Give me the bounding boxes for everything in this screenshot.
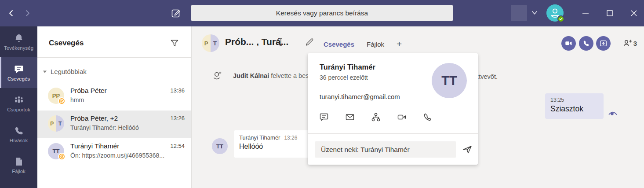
contact-avatar: TT: [432, 63, 467, 98]
divider: [308, 133, 478, 134]
chat-list-panel: Csevegés Legutóbbiak PP Próba Péter hmm …: [37, 26, 192, 188]
contact-card: Turányi Tihamér 36 perccel ezelőtt turan…: [308, 53, 478, 165]
divider: [617, 37, 617, 50]
divider: [37, 57, 191, 58]
app-sidebar: Tevékenység Csevegés Csoportok Hívások F…: [0, 26, 37, 188]
org-tile[interactable]: [511, 5, 527, 21]
user-avatar[interactable]: [546, 4, 564, 22]
chat-name: Turányi Tihamér: [70, 142, 119, 150]
section-legutobbiak[interactable]: Legutóbbiak: [43, 68, 87, 75]
eye-icon: [608, 109, 618, 117]
file-icon: [14, 156, 24, 167]
message-text: Sziasztok: [550, 104, 598, 114]
away-status-icon: [58, 153, 65, 160]
message-text: Hellóóó: [239, 143, 309, 151]
sidebar-item-label: Tevékenység: [4, 45, 33, 51]
section-label: Legutóbbiak: [51, 68, 87, 75]
message-time: 13:25: [550, 97, 598, 103]
add-person-icon: [623, 39, 633, 48]
chat-time: 12:54: [170, 143, 185, 149]
available-status-icon: [557, 15, 564, 22]
incoming-message[interactable]: Turányi Tihamér13:26 Hellóóó: [234, 130, 314, 158]
chat-list-item[interactable]: TT Turányi Tihamér Ön: https://zoom.us/j…: [37, 138, 191, 166]
chat-preview: Ön: https://zoom.us/j/466955368...: [70, 152, 164, 159]
system-message: Judit Kálnai felvette a bes: [212, 70, 309, 81]
chat-time: 13:36: [170, 87, 185, 94]
message-time: 13:26: [284, 135, 297, 141]
minimize-icon[interactable]: [579, 7, 592, 19]
system-message-author: Judit Kálnai: [233, 72, 269, 79]
participants-button[interactable]: 3: [623, 39, 637, 48]
text-cursor: [278, 38, 284, 47]
sidebar-item-label: Csevegés: [7, 76, 30, 81]
avatar-half-left: P: [202, 34, 211, 52]
chat-name: Próba Péter: [70, 87, 107, 95]
sidebar-item-csevegs[interactable]: Csevegés: [0, 57, 37, 88]
quick-message-input[interactable]: [315, 141, 456, 158]
teams-icon: [14, 95, 24, 105]
send-icon[interactable]: [462, 144, 473, 155]
video-call-button[interactable]: [561, 36, 576, 51]
email-icon[interactable]: [345, 112, 355, 122]
sidebar-item-label: Hívások: [10, 138, 28, 143]
add-tab-button[interactable]: +: [397, 39, 402, 49]
sidebar-item-fajlok[interactable]: Fájlok: [0, 150, 37, 181]
search-input[interactable]: [191, 5, 453, 21]
avatar-half-left: P: [48, 115, 56, 132]
filter-icon[interactable]: [170, 39, 179, 48]
chat-icon[interactable]: [319, 112, 329, 122]
back-icon[interactable]: [7, 9, 16, 18]
edit-name-icon[interactable]: [305, 38, 314, 47]
video-call-icon[interactable]: [397, 112, 407, 122]
chat-list-item-selected[interactable]: P T Próba Péter, +2 Turányi Tihamér: Hel…: [37, 111, 191, 138]
tab-csevegs[interactable]: Csevegés: [324, 41, 354, 48]
tab-fajlok[interactable]: Fájlok: [367, 41, 384, 48]
sidebar-item-label: Csoportok: [7, 107, 30, 112]
chat-icon: [14, 64, 24, 74]
forward-icon[interactable]: [23, 9, 32, 18]
system-message-continuation: ztvevőt.: [476, 73, 498, 80]
close-icon[interactable]: [628, 7, 640, 19]
chat-preview: hmm: [70, 96, 84, 103]
outgoing-message[interactable]: 13:25 Sziasztok: [545, 93, 604, 119]
sidebar-item-tevekenyseg[interactable]: Tevékenység: [0, 26, 37, 57]
chat-avatar-group: P T: [202, 34, 219, 52]
sidebar-item-label: Fájlok: [12, 169, 25, 174]
org-chart-icon[interactable]: [371, 112, 381, 122]
contact-name: Turányi Tihamér: [320, 63, 375, 71]
avatar-half-right: T: [56, 115, 65, 132]
chevron-down-icon[interactable]: [531, 11, 538, 15]
chat-list-title: Csevegés: [49, 39, 84, 48]
teams-window: Tevékenység Csevegés Csoportok Hívások F…: [0, 0, 644, 188]
message-author: Turányi Tihamér: [239, 134, 280, 141]
chat-name: Próba Péter, +2: [70, 114, 118, 122]
compose-icon[interactable]: [171, 8, 181, 18]
chat-list-item[interactable]: PP Próba Péter hmm 13:36: [37, 83, 191, 111]
away-status-icon: [58, 97, 65, 105]
voice-call-icon[interactable]: [423, 112, 433, 122]
phone-icon: [14, 125, 24, 136]
caret-down-icon: [43, 70, 47, 74]
contact-actions: [319, 112, 433, 122]
sidebar-item-csoportok[interactable]: Csoportok: [0, 88, 37, 119]
chat-tabs: Csevegés Fájlok +: [324, 39, 402, 49]
sidebar-item-hivasok[interactable]: Hívások: [0, 119, 37, 150]
bell-icon: [14, 33, 24, 44]
chat-time: 13:26: [170, 115, 185, 122]
chat-preview: Turányi Tihamér: Hellóóó: [70, 124, 139, 131]
contact-last-seen: 36 perccel ezelőtt: [320, 74, 368, 81]
screen-share-button[interactable]: [596, 36, 611, 51]
voice-call-button[interactable]: [579, 36, 593, 51]
contact-email: turanyi.tihamer@gmail.com: [320, 93, 400, 100]
top-bar: [0, 0, 644, 26]
participant-count: 3: [633, 40, 637, 47]
avatar-group: P T: [48, 115, 64, 132]
person-add-icon: [212, 70, 223, 81]
maximize-icon[interactable]: [604, 7, 616, 19]
avatar-half-right: T: [211, 34, 219, 52]
system-message-text: felvette a bes: [269, 72, 309, 79]
avatar: TT: [212, 138, 228, 154]
